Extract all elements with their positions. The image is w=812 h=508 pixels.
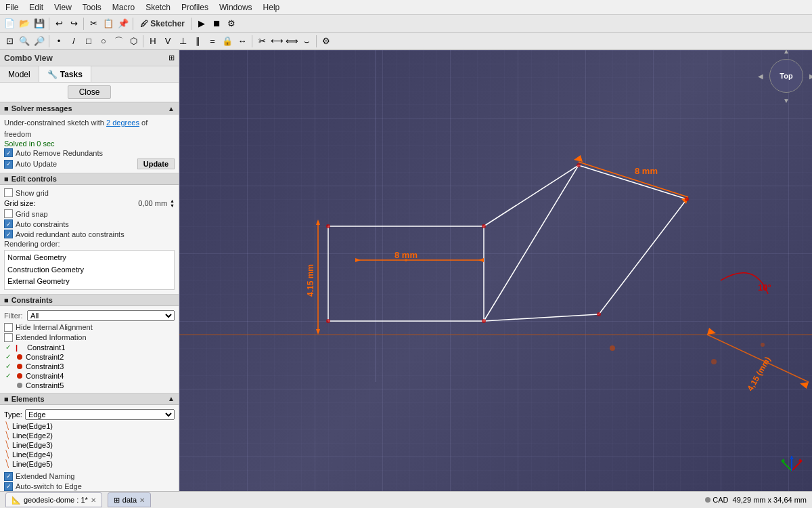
tab-data-close[interactable]: ✕ [139,496,145,504]
auto-constraints-label: Auto constraints [16,220,175,228]
tab-tasks[interactable]: 🔧 Tasks [39,66,91,82]
menu-windows[interactable]: Windows [214,1,258,14]
tb-rect[interactable]: □ [82,35,95,48]
filter-select[interactable]: All [27,310,175,321]
tb-mirror[interactable]: ⟺ [285,35,298,48]
elements-section-header[interactable]: ■ Elements ▲ [0,393,179,405]
viewport[interactable]: 8 mm 8 mm 4.15 mm 4,15 (mm) 10° [179,50,812,491]
tb-constrain-eq[interactable]: = [206,35,219,48]
tb-undo[interactable]: ↩ [52,17,66,30]
avoid-redundant-checkbox[interactable] [4,230,13,238]
auto-update-checkbox[interactable] [4,160,13,169]
edge-item-2[interactable]: ╱ Line(Edge2) [4,431,175,440]
elements-header-icon: ■ [4,395,9,403]
tb-line[interactable]: / [67,35,81,48]
show-grid-checkbox[interactable] [4,188,13,197]
solver-section-header[interactable]: ■ Solver messages ▲ [0,102,179,114]
grid-size-spinner[interactable]: ▲▼ [170,198,175,208]
menu-edit[interactable]: Edit [24,1,49,14]
menu-sketch[interactable]: Sketch [140,1,176,14]
edge-item-4[interactable]: ╱ Line(Edge4) [4,450,175,459]
tb-paste[interactable]: 📌 [116,17,130,30]
tb-play[interactable]: ▶ [195,17,208,30]
tab-data[interactable]: ⊞ data ✕ [108,492,151,507]
tb-stop[interactable]: ⏹ [210,17,223,30]
tb-arc[interactable]: ⌒ [112,35,125,48]
menu-file[interactable]: File [0,1,24,14]
tb-new[interactable]: 📄 [3,17,16,30]
nav-right-arrow[interactable]: ▶ [809,72,812,80]
constraint-item-5[interactable]: ✓ Constraint5 [4,381,175,390]
solver-collapse-icon[interactable]: ▲ [168,105,175,112]
tb-macro[interactable]: ⚙ [225,17,238,30]
tb-save[interactable]: 💾 [32,17,46,30]
tb-zoom-in[interactable]: 🔍 [18,35,31,48]
hide-internal-checkbox[interactable] [4,323,13,332]
filter-label: Filter: [4,312,24,320]
nav-cube[interactable]: Top [769,59,803,93]
tb-point[interactable]: • [52,35,66,48]
nav-down-arrow[interactable]: ▼ [783,97,790,104]
menu-profiles[interactable]: Profiles [176,1,214,14]
tb-constrain-v[interactable]: V [161,35,175,48]
elements-header-label: Elements [12,395,45,403]
svg-rect-1 [179,50,812,491]
menu-tools[interactable]: Tools [77,1,107,14]
elements-collapse-icon[interactable]: ▲ [168,395,175,402]
tb-trim[interactable]: ✂ [255,35,269,48]
extended-info-label: Extended Information [16,333,175,341]
grid-snap-checkbox[interactable] [4,209,13,218]
tb-constrain-h[interactable]: H [146,35,160,48]
tb-poly[interactable]: ⬡ [127,35,140,48]
constraint-item-2[interactable]: ✓ Constraint2 [4,352,175,362]
tb-zoom-fit[interactable]: ⊡ [3,35,16,48]
combo-expand-icon[interactable]: ⊞ [168,54,175,62]
menu-macro[interactable]: Macro [107,1,140,14]
auto-constraints-checkbox[interactable] [4,219,13,228]
tab-geodesic-close[interactable]: ✕ [91,496,96,504]
tb-constrain-lock[interactable]: 🔒 [221,35,234,48]
grid-size-row: Grid size: 0,00 mm ▲▼ [4,198,175,209]
auto-switch-checkbox[interactable] [4,482,13,491]
degrees-link[interactable]: 2 degrees [106,119,139,127]
edit-controls-header[interactable]: ■ Edit controls [0,173,179,185]
extended-naming-checkbox[interactable] [4,472,13,481]
corner-nav: ▲ ◀ Top ▶ ▼ [766,56,807,96]
constraint1-check: ✓ [5,343,14,351]
solver-solved: Solved in 0 sec [4,140,175,148]
tb-open[interactable]: 📂 [18,17,31,30]
edge-item-5[interactable]: ╱ Line(Edge5) [4,459,175,469]
tb-circle[interactable]: ○ [97,35,110,48]
tab-geodesic[interactable]: 📐 geodesic-dome : 1* ✕ [5,492,102,507]
edge-item-3[interactable]: ╱ Line(Edge3) [4,440,175,450]
menu-view[interactable]: View [49,1,77,14]
edge-item-1[interactable]: ╱ Line(Edge1) [4,421,175,431]
tb-extend[interactable]: ⟷ [270,35,284,48]
nav-up-arrow[interactable]: ▲ [783,50,790,55]
tb-redo[interactable]: ↪ [67,17,81,30]
tb-constrain-fix[interactable]: ⊥ [176,35,189,48]
tb-cut[interactable]: ✂ [87,17,100,30]
extended-info-checkbox[interactable] [4,333,13,342]
constraint-item-1[interactable]: ✓ | Constraint1 [4,343,175,352]
grid-snap-label: Grid snap [16,210,175,218]
auto-remove-checkbox[interactable] [4,148,13,157]
close-button[interactable]: Close [68,85,112,99]
svg-point-34 [577,163,581,167]
show-grid-row: Show grid [4,188,175,198]
nav-left-arrow[interactable]: ◀ [758,72,763,80]
tb-settings[interactable]: ⚙ [319,35,333,48]
menu-help[interactable]: Help [258,1,286,14]
constraints-section-header[interactable]: ■ Constraints [0,294,179,306]
solver-header-icon: ■ [4,104,9,112]
tab-model[interactable]: Model [0,66,39,82]
update-button[interactable]: Update [137,158,175,169]
tb-copy[interactable]: 📋 [102,17,115,30]
constraint-item-3[interactable]: ✓ Constraint3 [4,362,175,371]
constraint-item-4[interactable]: ✓ Constraint4 [4,371,175,381]
tb-zoom-out[interactable]: 🔎 [32,35,46,48]
tb-constrain-parallel[interactable]: ∥ [191,35,204,48]
tb-dimension[interactable]: ↔ [235,35,249,48]
type-select[interactable]: Edge [25,409,175,420]
tb-fillet[interactable]: ⌣ [300,35,313,48]
